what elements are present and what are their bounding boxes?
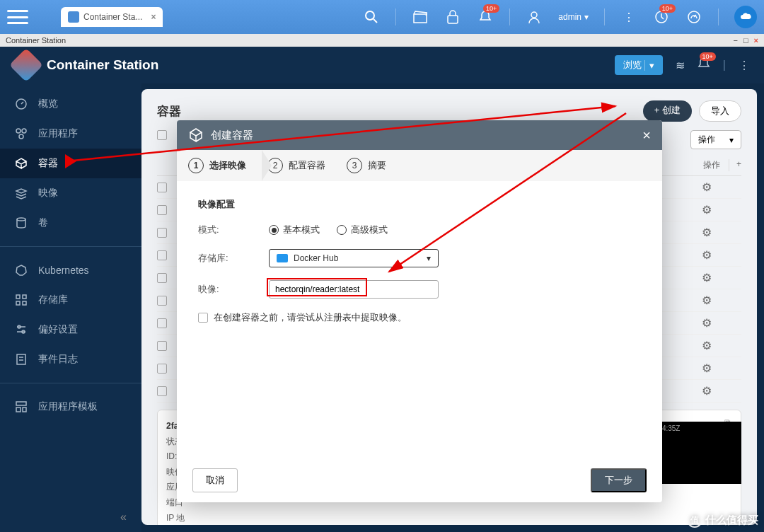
tab-close-icon[interactable]: ×	[151, 12, 156, 22]
user-icon[interactable]	[526, 8, 543, 25]
cube-icon	[14, 156, 28, 170]
svg-rect-16	[23, 295, 26, 299]
modal-close-icon[interactable]: ×	[642, 127, 651, 144]
sidebar: 概览 应用程序 容器 映像 卷 Kubernetes 存储库 偏好设置 事件日志…	[0, 47, 141, 532]
gear-icon[interactable]: ⚙	[702, 203, 741, 216]
svg-point-11	[22, 129, 26, 133]
gear-icon[interactable]: ⚙	[702, 248, 741, 262]
svg-point-1	[366, 11, 374, 20]
notification-badge: 10+	[483, 4, 499, 13]
sidebar-item-repos[interactable]: 存储库	[0, 285, 141, 315]
minimize-icon[interactable]: −	[733, 36, 737, 45]
gear-icon[interactable]: ⚙	[702, 271, 741, 284]
gauge-icon	[14, 97, 28, 111]
sidebar-item-images[interactable]: 映像	[0, 178, 141, 208]
browse-button[interactable]: 浏览▾	[615, 55, 663, 75]
next-button[interactable]: 下一步	[591, 468, 647, 492]
divider	[395, 8, 396, 25]
radio-advanced[interactable]: 高级模式	[337, 224, 388, 236]
stack-icon[interactable]: ≋	[676, 59, 685, 72]
repo-label: 存储库:	[198, 252, 269, 265]
svg-line-2	[374, 19, 377, 23]
repo-dropdown[interactable]: Docker Hub ▾	[269, 249, 439, 267]
svg-point-12	[19, 134, 23, 139]
gear-icon[interactable]: ⚙	[702, 339, 741, 352]
clock-icon[interactable]: 10+	[653, 8, 670, 25]
sidebar-item-volumes[interactable]: 卷	[0, 208, 141, 238]
svg-marker-14	[16, 265, 26, 275]
more-icon[interactable]: ⋮	[620, 8, 637, 25]
cancel-button[interactable]: 取消	[192, 468, 238, 492]
apps-icon	[14, 127, 28, 141]
step-1[interactable]: 1选择映像	[188, 158, 246, 173]
svg-point-5	[531, 12, 537, 18]
maximize-icon[interactable]: □	[743, 36, 748, 45]
terminal: 4:54:35Z	[649, 422, 741, 484]
sidebar-item-prefs[interactable]: 偏好设置	[0, 315, 141, 345]
bell-icon[interactable]: 10+	[477, 8, 494, 25]
grid-icon	[14, 293, 28, 307]
window-title: Container Station	[6, 36, 66, 45]
sliders-icon	[14, 323, 28, 337]
svg-rect-3	[414, 14, 427, 23]
svg-rect-4	[448, 16, 458, 23]
create-button[interactable]: + 创建	[643, 100, 692, 122]
admin-label[interactable]: admin ▾	[558, 12, 589, 22]
sidebar-item-templates[interactable]: 应用程序模板	[0, 392, 141, 422]
layers-icon	[14, 186, 28, 200]
cube-icon	[188, 127, 204, 143]
image-label: 映像:	[198, 283, 269, 296]
select-all-checkbox[interactable]	[157, 130, 167, 140]
hint-text: 在创建容器之前，请尝试从注册表中提取映像。	[214, 311, 407, 324]
svg-rect-26	[16, 402, 26, 405]
step-3[interactable]: 3摘要	[347, 158, 386, 173]
gear-icon[interactable]: ⚙	[702, 362, 741, 375]
clapper-icon[interactable]	[412, 8, 429, 25]
radio-basic[interactable]: 基本模式	[269, 224, 320, 236]
add-column-icon[interactable]: +	[729, 159, 741, 171]
sidebar-item-apps[interactable]: 应用程序	[0, 119, 141, 149]
search-icon[interactable]	[363, 8, 380, 25]
template-icon	[14, 400, 28, 414]
sidebar-item-events[interactable]: 事件日志	[0, 345, 141, 374]
svg-rect-28	[23, 407, 26, 412]
divider	[509, 8, 510, 25]
svg-point-10	[16, 129, 21, 133]
gear-icon[interactable]: ⚙	[702, 294, 741, 307]
mode-label: 模式:	[198, 224, 269, 236]
more2-icon[interactable]: ⋮	[739, 59, 750, 72]
step-2[interactable]: 2配置容器	[267, 158, 325, 173]
svg-point-13	[17, 218, 25, 221]
modal-title: 创建容器	[211, 129, 253, 142]
collapse-icon[interactable]: «	[120, 511, 127, 524]
bell2-icon[interactable]: 10+	[698, 57, 710, 74]
chevron-down-icon: ▾	[427, 253, 431, 263]
sidebar-item-kubernetes[interactable]: Kubernetes	[0, 255, 141, 285]
sidebar-item-containers[interactable]: 容器	[0, 149, 141, 178]
kubernetes-icon	[14, 263, 28, 277]
tab-label: Container Sta...	[83, 12, 142, 22]
pull-checkbox[interactable]	[198, 313, 208, 323]
svg-rect-0	[68, 11, 79, 23]
close-icon[interactable]: ×	[754, 36, 758, 45]
svg-rect-27	[16, 407, 21, 412]
svg-rect-15	[16, 295, 20, 299]
svg-rect-18	[23, 301, 26, 305]
gear-icon[interactable]: ⚙	[702, 384, 741, 398]
annotation-highlight	[267, 278, 367, 296]
operation-dropdown[interactable]: 操作▾	[690, 130, 741, 149]
gear-icon[interactable]: ⚙	[702, 316, 741, 330]
gear-icon[interactable]: ⚙	[702, 226, 741, 239]
docker-icon	[277, 254, 288, 262]
cloud-icon[interactable]	[734, 6, 757, 28]
menu-icon[interactable]	[7, 10, 28, 24]
create-container-modal: 创建容器 × 1选择映像 2配置容器 3摘要 映像配置 模式: 基本模式 高级模…	[177, 120, 662, 502]
sidebar-item-overview[interactable]: 概览	[0, 89, 141, 119]
watermark: 值 什么值得买	[687, 512, 758, 528]
app-tab[interactable]: Container Sta... ×	[61, 7, 163, 27]
gear-icon[interactable]: ⚙	[702, 180, 741, 194]
lock-icon[interactable]	[444, 8, 461, 25]
svg-rect-17	[16, 301, 20, 305]
import-button[interactable]: 导入	[699, 100, 741, 122]
dashboard-icon[interactable]	[685, 8, 702, 25]
